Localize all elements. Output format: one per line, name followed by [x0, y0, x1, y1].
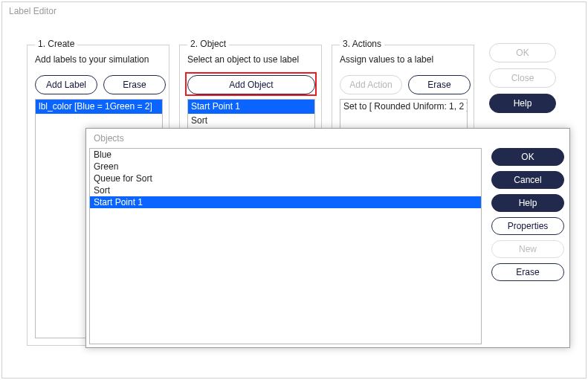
actions-subtitle: Assign values to a label [340, 54, 433, 65]
objects-dialog: Objects BlueGreenQueue for SortSortStart… [85, 128, 570, 348]
list-item[interactable]: Set to [ Rounded Uniform: 1, 2 ] [340, 100, 467, 114]
list-item[interactable]: Start Point 1 [90, 196, 481, 208]
right-button-stack: OK Close Help [489, 43, 571, 119]
create-group-title: 1. Create [35, 39, 77, 49]
objects-help-button[interactable]: Help [491, 194, 564, 212]
list-item[interactable]: Sort [90, 184, 481, 196]
create-subtitle: Add labels to your simulation [35, 54, 149, 65]
actions-group-title: 3. Actions [340, 39, 384, 49]
objects-properties-button[interactable]: Properties [491, 217, 564, 235]
objects-dialog-title: Objects [94, 133, 124, 144]
window-title: Label Editor [9, 6, 56, 16]
main-help-button[interactable]: Help [489, 94, 556, 113]
main-ok-button: OK [489, 43, 556, 62]
list-item[interactable]: Blue [90, 149, 481, 161]
add-object-button[interactable]: Add Object [187, 75, 315, 94]
create-erase-button[interactable]: Erase [103, 75, 166, 94]
objects-ok-button[interactable]: OK [491, 148, 564, 166]
objects-dialog-listbox[interactable]: BlueGreenQueue for SortSortStart Point 1 [89, 148, 482, 344]
list-item[interactable]: lbl_color [Blue = 1Green = 2] [36, 100, 162, 114]
list-item[interactable]: Queue for Sort [90, 173, 481, 184]
actions-erase-button[interactable]: Erase [408, 75, 471, 94]
object-subtitle: Select an object to use label [187, 54, 299, 65]
add-label-button[interactable]: Add Label [35, 75, 97, 94]
objects-cancel-button[interactable]: Cancel [491, 171, 564, 189]
list-item[interactable]: Start Point 1 [188, 100, 314, 114]
list-item[interactable]: Sort [188, 114, 314, 128]
main-close-button: Close [489, 68, 556, 88]
list-item[interactable]: Green [90, 161, 481, 173]
object-group-title: 2. Object [187, 39, 229, 49]
add-action-button: Add Action [340, 75, 402, 94]
objects-new-button: New [491, 240, 564, 258]
objects-dialog-buttons: OK Cancel Help Properties New Erase [491, 148, 564, 281]
objects-erase-button[interactable]: Erase [491, 263, 564, 281]
